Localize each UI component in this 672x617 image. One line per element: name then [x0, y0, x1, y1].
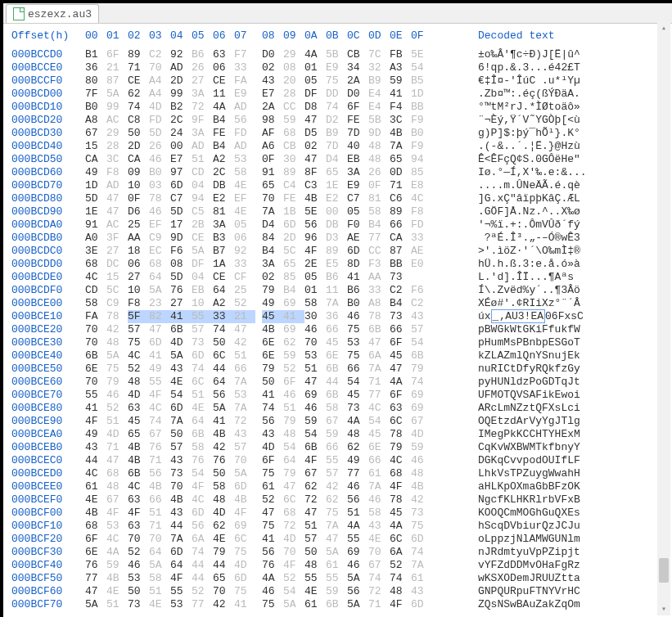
hex-byte[interactable]: 05 — [304, 271, 326, 284]
hex-row[interactable]: 000BCD50CA3CCA46E751A2530F3047D4EB486594… — [11, 153, 657, 166]
hex-byte[interactable]: 3E — [85, 245, 106, 258]
hex-byte[interactable]: E7 — [262, 88, 283, 101]
hex-bytes[interactable]: 4E6763664B4C484B526C726256467842 — [85, 493, 478, 507]
hex-byte[interactable]: 52 — [128, 363, 149, 376]
hex-row[interactable]: 000BCF407659465A6444444D764F48614667527A… — [11, 559, 657, 572]
hex-byte[interactable]: 4D — [262, 441, 283, 454]
hex-byte[interactable]: 59 — [283, 349, 304, 363]
hex-byte[interactable]: B4 — [262, 245, 283, 258]
hex-byte[interactable]: 4C — [192, 493, 213, 507]
decoded-cell[interactable]: nJRdmtyuVpPZipjt — [478, 546, 642, 559]
hex-byte[interactable]: 98 — [262, 114, 283, 127]
hex-byte[interactable]: DF — [304, 88, 326, 101]
hex-byte[interactable]: 6D — [234, 480, 255, 493]
hex-byte[interactable]: 4B — [262, 323, 283, 336]
hex-byte[interactable]: 42 — [326, 480, 347, 493]
hex-byte[interactable]: FE — [283, 192, 304, 205]
hex-byte[interactable]: 5A — [106, 88, 128, 101]
hex-byte[interactable]: 70 — [304, 336, 326, 349]
hex-byte[interactable]: 4B — [85, 507, 106, 520]
hex-byte[interactable]: 79 — [262, 363, 283, 376]
hex-byte[interactable]: 51 — [149, 507, 170, 520]
hex-byte[interactable]: 58 — [368, 205, 390, 218]
hex-byte[interactable]: 75 — [326, 507, 347, 520]
hex-byte[interactable]: CA — [390, 232, 411, 245]
hex-byte[interactable]: 46 — [262, 585, 283, 598]
hex-byte[interactable]: 55 — [170, 585, 192, 598]
file-tab[interactable]: eszexz.au3 — [6, 4, 99, 23]
hex-byte[interactable]: 46 — [128, 559, 149, 572]
hex-byte[interactable]: 75 — [326, 74, 347, 88]
hex-byte[interactable]: 43 — [368, 520, 390, 533]
hex-bytes[interactable]: 6729505D243AFEFDAF68D5B97D9D4BB0 — [85, 127, 478, 140]
hex-row[interactable]: 000BCDD068DC066808DF1A333A652EE58DF3BBE0… — [11, 258, 657, 271]
hex-byte[interactable]: 4D — [213, 507, 234, 520]
hex-byte[interactable]: A2 — [213, 297, 234, 310]
hex-byte[interactable]: 73 — [390, 271, 411, 284]
hex-byte[interactable]: F0 — [347, 218, 368, 232]
hex-byte[interactable]: 7A — [234, 376, 255, 389]
hex-byte[interactable]: A8 — [368, 297, 390, 310]
hex-byte[interactable]: E7 — [170, 153, 192, 166]
hex-byte[interactable]: 4D — [283, 533, 304, 546]
hex-byte[interactable]: 4B — [411, 480, 432, 493]
hex-byte[interactable]: 24 — [170, 127, 192, 140]
hex-bytes[interactable]: 43714B76575842574D546B66626E7959 — [85, 441, 478, 454]
hex-byte[interactable]: 7A — [262, 205, 283, 218]
hex-byte[interactable]: 44 — [170, 520, 192, 533]
hex-byte[interactable]: 56 — [192, 520, 213, 533]
hex-byte[interactable]: 85 — [283, 271, 304, 284]
hex-byte[interactable]: 55 — [85, 389, 106, 402]
scroll-thumb[interactable] — [659, 558, 669, 583]
hex-row[interactable]: 000BCDF0CD5C105A76EB642579B40111B633C2F6… — [11, 284, 657, 297]
hex-byte[interactable]: EB — [192, 284, 213, 297]
hex-byte[interactable]: 2E — [304, 258, 326, 271]
hex-byte[interactable]: 1D — [85, 179, 106, 192]
hex-row[interactable]: 000BCEB043714B76575842574D546B66626E7959… — [11, 441, 657, 454]
hex-byte[interactable]: 7A — [326, 520, 347, 533]
hex-byte[interactable]: 8D — [347, 258, 368, 271]
hex-byte[interactable]: 70 — [85, 376, 106, 389]
hex-byte[interactable]: 94 — [192, 192, 213, 205]
hex-byte[interactable]: C7 — [170, 192, 192, 205]
hex-byte[interactable]: 56 — [347, 493, 368, 507]
hex-byte[interactable]: 33 — [411, 232, 432, 245]
hex-byte[interactable]: 41 — [85, 402, 106, 415]
hex-bytes[interactable]: 68536371445662697572517A4A434A75 — [85, 520, 478, 533]
hex-byte[interactable]: 4F — [390, 598, 411, 611]
hex-byte[interactable]: 6D — [170, 402, 192, 415]
hex-byte[interactable]: 48 — [213, 493, 234, 507]
hex-byte[interactable]: 5B — [326, 48, 347, 61]
hex-byte[interactable]: 45 — [347, 389, 368, 402]
hex-byte[interactable]: 4C — [85, 467, 106, 480]
hex-byte[interactable]: EF — [149, 218, 170, 232]
hex-byte[interactable]: 67 — [106, 493, 128, 507]
hex-byte[interactable]: 62 — [128, 88, 149, 101]
hex-byte[interactable]: 91 — [85, 218, 106, 232]
hex-byte[interactable]: 61 — [304, 598, 326, 611]
hex-byte[interactable]: 54 — [411, 336, 432, 349]
hex-byte[interactable]: 29 — [106, 127, 128, 140]
hex-byte[interactable]: 67 — [304, 467, 326, 480]
hex-byte[interactable]: 1A — [213, 258, 234, 271]
decoded-cell[interactable]: >'.ìöZ·'´\O‰mÌ‡® — [478, 245, 642, 258]
hex-byte[interactable]: F8 — [411, 205, 432, 218]
hex-byte[interactable]: E9 — [234, 88, 255, 101]
hex-byte[interactable]: 43 — [85, 441, 106, 454]
hex-byte[interactable]: 76 — [262, 559, 283, 572]
hex-byte[interactable]: 6D — [347, 245, 368, 258]
hex-byte[interactable]: 51 — [192, 389, 213, 402]
hex-byte[interactable]: 75 — [128, 336, 149, 349]
hex-byte[interactable]: 68 — [85, 258, 106, 271]
hex-byte[interactable]: 15 — [85, 140, 106, 153]
hex-byte[interactable]: 69 — [411, 402, 432, 415]
hex-byte[interactable]: 47 — [106, 192, 128, 205]
hex-bytes[interactable]: 6B5A4C415A6D6C516E59536E756A456B — [85, 349, 478, 363]
hex-byte[interactable]: AC — [106, 218, 128, 232]
hex-byte[interactable]: 66 — [368, 454, 390, 467]
hex-byte[interactable]: 42 — [106, 323, 128, 336]
hex-byte[interactable]: 74 — [192, 363, 213, 376]
hex-byte[interactable]: 4E — [213, 533, 234, 546]
hex-byte[interactable]: 6D — [192, 507, 213, 520]
hex-row[interactable]: 000BCE20704257476B5774474B694666756B6657… — [11, 323, 657, 336]
